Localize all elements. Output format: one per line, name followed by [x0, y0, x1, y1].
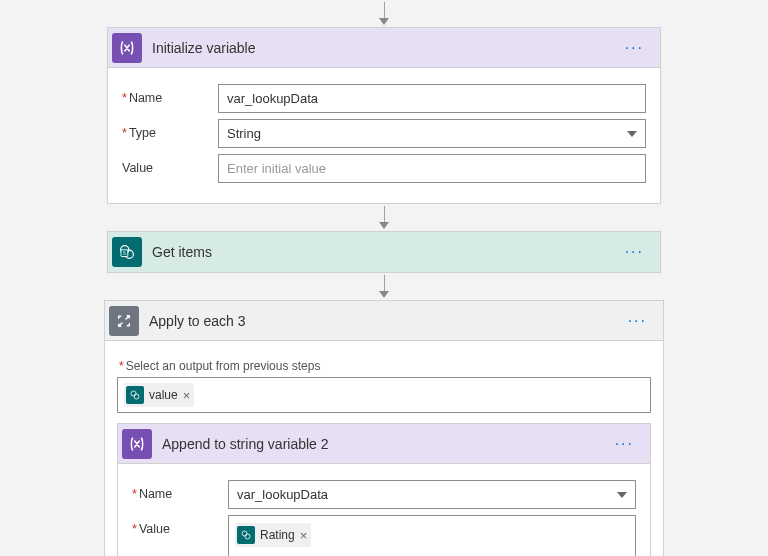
more-menu-button[interactable]: ··· — [609, 431, 640, 457]
value-field-label: Value — [122, 154, 218, 175]
step-title: Initialize variable — [152, 40, 619, 56]
sharepoint-token-icon — [126, 386, 144, 404]
chevron-down-icon — [617, 492, 627, 498]
flow-arrow — [379, 275, 389, 298]
more-menu-button[interactable]: ··· — [622, 308, 653, 334]
append-to-string-header[interactable]: Append to string variable 2 ··· — [118, 424, 650, 464]
more-menu-button[interactable]: ··· — [619, 35, 650, 61]
token-remove-button[interactable]: × — [300, 528, 308, 543]
loop-icon — [109, 306, 139, 336]
svg-point-5 — [134, 394, 139, 399]
value-field-label: *Value — [132, 515, 228, 536]
initialize-variable-card: Initialize variable ··· *Name *Type Stri… — [107, 27, 661, 204]
sharepoint-token-icon — [237, 526, 255, 544]
append-value-box[interactable]: Rating × — [228, 515, 636, 556]
append-name-select[interactable]: var_lookupData — [228, 480, 636, 509]
get-items-header[interactable]: S Get items ··· — [108, 232, 660, 272]
initialize-variable-header[interactable]: Initialize variable ··· — [108, 28, 660, 68]
flow-arrow — [379, 206, 389, 229]
sharepoint-icon: S — [112, 237, 142, 267]
step-title: Get items — [152, 244, 619, 260]
more-menu-button[interactable]: ··· — [619, 239, 650, 265]
name-field-label: *Name — [132, 480, 228, 501]
rating-token[interactable]: Rating × — [235, 523, 311, 547]
svg-text:S: S — [123, 250, 126, 256]
loop-input-box[interactable]: value × — [117, 377, 651, 413]
get-items-card: S Get items ··· — [107, 231, 661, 273]
token-remove-button[interactable]: × — [183, 388, 191, 403]
variable-icon — [112, 33, 142, 63]
step-title: Append to string variable 2 — [162, 436, 609, 452]
apply-to-each-header[interactable]: Apply to each 3 ··· — [105, 301, 663, 341]
flow-arrow — [379, 2, 389, 25]
append-to-string-card: Append to string variable 2 ··· *Name va… — [117, 423, 651, 556]
value-token[interactable]: value × — [124, 383, 194, 407]
svg-point-4 — [131, 391, 136, 396]
loop-input-hint: *Select an output from previous steps — [119, 359, 651, 373]
svg-point-6 — [242, 531, 247, 536]
name-input[interactable] — [218, 84, 646, 113]
value-input[interactable] — [218, 154, 646, 183]
type-field-label: *Type — [122, 119, 218, 140]
variable-icon — [122, 429, 152, 459]
apply-to-each-card: Apply to each 3 ··· *Select an output fr… — [104, 300, 664, 556]
step-title: Apply to each 3 — [149, 313, 622, 329]
name-field-label: *Name — [122, 84, 218, 105]
type-select[interactable]: String — [218, 119, 646, 148]
chevron-down-icon — [627, 131, 637, 137]
svg-point-7 — [245, 534, 250, 539]
